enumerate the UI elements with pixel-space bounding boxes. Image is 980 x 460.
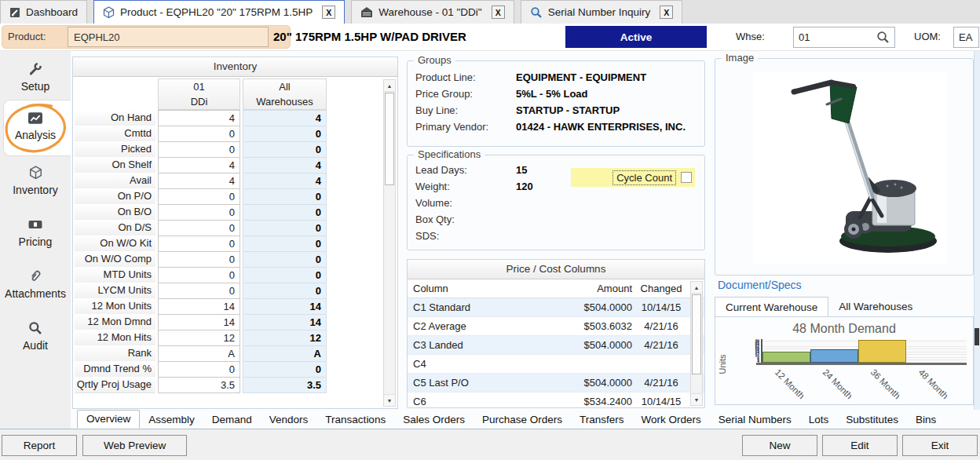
inventory-value-current[interactable]: 0	[158, 267, 240, 283]
tab-product[interactable]: Product - EQPHL20 "20" 175RPM 1.5HP X	[93, 0, 345, 24]
inventory-value-current[interactable]: 0	[158, 220, 240, 236]
price-table-row[interactable]: C2 Average $503.6032 4/21/16	[408, 317, 704, 336]
inventory-row-label: Picked	[75, 141, 155, 158]
tab-serial-inquiry[interactable]: Serial Number Inquiry X	[521, 0, 683, 24]
close-icon[interactable]: X	[660, 5, 673, 19]
inventory-value-current[interactable]: 0	[158, 204, 240, 221]
cell-changed: 10/14/15	[635, 396, 687, 407]
inventory-scrollbar[interactable]: ▲ ▼	[383, 79, 396, 407]
header-changed[interactable]: Changed	[635, 283, 687, 294]
inventory-value-current[interactable]: 0	[158, 141, 240, 158]
sidebar-item-pricing[interactable]: Pricing	[0, 217, 71, 248]
window-tab-bar: Dashboard Product - EQPHL20 "20" 175RPM …	[0, 0, 980, 24]
bottom-tab[interactable]: Purchase Orders	[474, 411, 571, 429]
demand-tab[interactable]: Current Warehouse	[715, 297, 828, 317]
cell-changed: 4/21/16	[635, 320, 687, 332]
bottom-tab[interactable]: Transactions	[316, 411, 394, 429]
bottom-tab[interactable]: Sales Orders	[394, 411, 474, 429]
scrollbar-thumb[interactable]	[385, 93, 394, 185]
close-icon[interactable]: X	[322, 5, 335, 19]
footer-button[interactable]: Edit	[822, 435, 898, 456]
warehouse-input[interactable]	[799, 31, 869, 43]
inventory-value-current[interactable]: 0	[158, 188, 240, 205]
inventory-value-current[interactable]: 4	[158, 110, 240, 126]
price-table-row[interactable]: C1 Standard $504.0000 10/14/15	[408, 298, 704, 317]
cell-column: C3 Landed	[408, 339, 546, 351]
footer-button[interactable]: Report	[2, 435, 77, 456]
footer-button[interactable]: Exit	[902, 435, 978, 456]
inventory-value-current[interactable]: 0	[158, 235, 240, 252]
footer-button[interactable]: Web Preview	[82, 435, 187, 456]
sidebar-item-attachments[interactable]: Attachments	[0, 269, 71, 300]
edge-scrollbar-thumb[interactable]	[975, 328, 979, 345]
sidebar-item-inventory[interactable]: Inventory	[0, 166, 71, 196]
bottom-tab[interactable]: Transfers	[571, 411, 633, 429]
inventory-value-current[interactable]: 0	[158, 283, 240, 299]
inventory-value-current[interactable]: 0	[158, 126, 240, 142]
specifications-panel: Specifications Lead Days: 15 Weight: 120…	[407, 155, 705, 250]
inventory-row-label: On Hand	[75, 110, 155, 126]
bottom-tab[interactable]: Overview	[77, 410, 140, 429]
magnifier-icon[interactable]	[876, 31, 890, 44]
close-icon[interactable]: X	[492, 5, 505, 19]
cell-amount: $504.0000	[546, 377, 635, 389]
scrollbar-thumb[interactable]	[692, 294, 701, 374]
sidebar-item-audit[interactable]: Audit	[0, 321, 71, 352]
tab-dashboard[interactable]: Dashboard	[0, 0, 87, 24]
inventory-row: Picked 0 0	[75, 141, 397, 158]
inventory-value-current[interactable]: 0	[158, 251, 240, 268]
group-field: Buy Line: STARTUP - STARTUP	[408, 102, 704, 119]
inventory-value-current[interactable]: 4	[158, 173, 240, 189]
header-column[interactable]: Column	[408, 283, 546, 294]
bottom-tab[interactable]: Lots	[800, 411, 838, 429]
inventory-value-all: 0	[243, 204, 327, 221]
cell-changed: 4/21/16	[635, 377, 687, 389]
cell-column: C1 Standard	[408, 301, 546, 313]
bottom-tab[interactable]: Demand	[203, 411, 261, 429]
bottom-tab[interactable]: Bins	[907, 411, 945, 429]
price-table-row[interactable]: C6 $534.2400 10/14/15	[408, 392, 704, 408]
sidebar-item-setup[interactable]: Setup	[0, 62, 71, 93]
sidebar-item-analysis[interactable]: Analysis	[0, 111, 71, 141]
scroll-down-icon[interactable]: ▼	[384, 394, 395, 406]
inventory-value-current[interactable]: 14	[158, 314, 240, 330]
bottom-tab[interactable]: Work Orders	[632, 411, 709, 429]
bottom-tab[interactable]: Serial Numbers	[710, 411, 800, 429]
paperclip-icon	[0, 269, 71, 285]
product-code-input[interactable]	[68, 27, 269, 47]
inventory-value-current[interactable]: A	[158, 345, 240, 362]
specifications-panel-title: Specifications	[414, 148, 485, 160]
price-scrollbar[interactable]: ▲ ▼	[690, 281, 703, 406]
bottom-tab[interactable]: Assembly	[140, 411, 203, 429]
scroll-up-icon[interactable]: ▲	[384, 80, 395, 92]
bottom-tab[interactable]: Substitutes	[837, 411, 907, 429]
inventory-value-all: 4	[243, 110, 327, 126]
scroll-up-icon[interactable]: ▲	[691, 282, 702, 294]
cycle-count-checkbox[interactable]	[681, 172, 692, 183]
inventory-value-current[interactable]: 4	[158, 157, 240, 173]
column-header-all-warehouses[interactable]: AllWarehouses	[243, 78, 327, 110]
document-specs-link[interactable]: Document/Specs	[718, 279, 802, 291]
inventory-value-current[interactable]: 14	[158, 298, 240, 315]
price-table-row[interactable]: C3 Landed $504.0000 4/21/16	[408, 336, 704, 355]
field-label: Product Line:	[415, 71, 516, 83]
price-table-row[interactable]: C4	[408, 355, 704, 374]
field-value: 15	[516, 164, 527, 176]
sidebar-item-label: Inventory	[13, 184, 58, 196]
bottom-tab[interactable]: Vendors	[261, 411, 317, 429]
header-amount[interactable]: Amount	[546, 283, 635, 294]
column-header-current-warehouse[interactable]: 01DDi	[158, 78, 240, 110]
price-table-row[interactable]: C5 Last P/O $504.0000 4/21/16	[408, 374, 704, 392]
inventory-value-current[interactable]: 0	[158, 361, 240, 378]
scroll-down-icon[interactable]: ▼	[691, 393, 702, 405]
warehouse-lookup-field[interactable]	[793, 27, 895, 48]
product-field-label: Product:	[8, 31, 46, 42]
uom-field[interactable]: EA	[953, 27, 979, 48]
inventory-column-headers: 01DDi AllWarehouses	[75, 78, 397, 110]
tab-warehouse[interactable]: Warehouse - 01 "DDi" X	[351, 0, 514, 24]
footer-button[interactable]: New	[742, 435, 817, 456]
inventory-value-current[interactable]: 12	[158, 330, 240, 346]
field-label: Volume:	[415, 197, 516, 209]
demand-tab[interactable]: All Warehouses	[828, 297, 923, 317]
inventory-value-current[interactable]: 3.5	[158, 377, 240, 393]
